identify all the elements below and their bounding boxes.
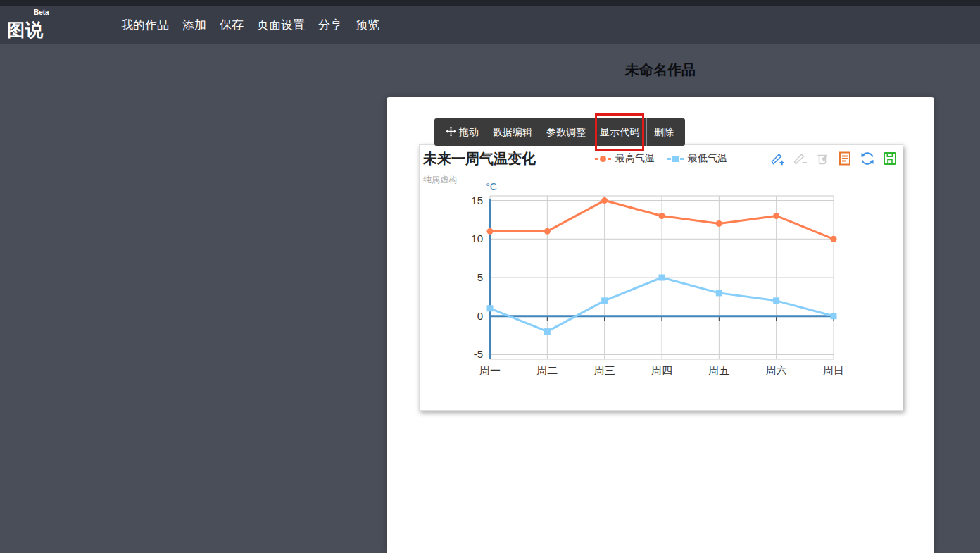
nav-item-save[interactable]: 保存	[220, 17, 244, 33]
nav-menu: 我的作品 添加 保存 页面设置 分享 预览	[121, 6, 379, 44]
restore-icon[interactable]	[860, 151, 875, 166]
chart-legend: 最高气温 最低气温	[595, 152, 727, 165]
svg-text:15: 15	[471, 194, 483, 206]
move-icon	[446, 126, 456, 139]
nav-item-add[interactable]: 添加	[182, 17, 206, 33]
legend-item-min-temp[interactable]: 最低气温	[667, 152, 727, 165]
top-strip	[0, 0, 980, 6]
legend-circle-marker	[600, 156, 606, 162]
mark-clear-icon[interactable]	[815, 151, 830, 166]
data-view-icon[interactable]	[837, 151, 853, 166]
widget-toolbar: 拖动 数据编辑 参数调整 显示代码 删除	[434, 118, 685, 146]
nav-item-my-works[interactable]: 我的作品	[121, 17, 169, 33]
svg-text:-5: -5	[474, 348, 483, 360]
chart-widget: 未来一周气温变化 纯属虚构 最高气温 最低气温	[419, 144, 903, 411]
app-logo: 图说	[7, 18, 44, 42]
toolbar-param-adjust-button[interactable]: 参数调整	[539, 118, 593, 146]
toolbar-data-edit-button[interactable]: 数据编辑	[486, 118, 539, 146]
top-navbar: Beta 图说 我的作品 添加 保存 页面设置 分享 预览	[0, 6, 980, 44]
svg-text:0: 0	[477, 310, 483, 322]
legend-dash	[667, 158, 671, 160]
toolbar-drag-label: 拖动	[459, 126, 479, 139]
mark-delete-icon[interactable]	[792, 151, 808, 166]
chart-toolbox	[769, 151, 898, 166]
svg-text:周六: 周六	[766, 364, 787, 376]
line-chart-plot: 151050-5周一周二周三周四周五周六周日°C	[420, 145, 904, 411]
svg-text:周日: 周日	[823, 364, 844, 376]
toolbar-drag-button[interactable]: 拖动	[439, 118, 486, 146]
nav-item-page-settings[interactable]: 页面设置	[257, 17, 305, 33]
toolbar-delete-button[interactable]: 删除	[647, 118, 681, 146]
svg-text:10: 10	[471, 232, 483, 244]
save-image-icon[interactable]	[882, 151, 898, 166]
svg-text:周三: 周三	[594, 364, 615, 376]
tushuo-editor-page: { "topbar": { "logo": "图说", "beta_badge"…	[0, 0, 980, 553]
legend-dash	[595, 158, 598, 160]
beta-badge: Beta	[34, 8, 49, 16]
svg-text:周一: 周一	[479, 364, 501, 376]
mark-add-icon[interactable]	[769, 151, 785, 166]
highlight-annotation-box	[595, 113, 644, 151]
legend-label: 最低气温	[688, 152, 727, 165]
legend-label: 最高气温	[615, 152, 655, 165]
svg-text:°C: °C	[486, 181, 497, 192]
legend-dash	[680, 158, 684, 160]
nav-item-share[interactable]: 分享	[318, 17, 342, 33]
svg-text:周四: 周四	[651, 364, 672, 376]
nav-item-preview[interactable]: 预览	[356, 17, 379, 33]
legend-dash	[608, 158, 611, 160]
svg-text:周五: 周五	[708, 364, 729, 376]
svg-text:5: 5	[477, 271, 483, 283]
svg-text:周二: 周二	[536, 364, 558, 376]
legend-square-marker	[672, 156, 679, 162]
page-title: 未命名作品	[387, 61, 934, 80]
legend-item-max-temp[interactable]: 最高气温	[595, 152, 655, 165]
